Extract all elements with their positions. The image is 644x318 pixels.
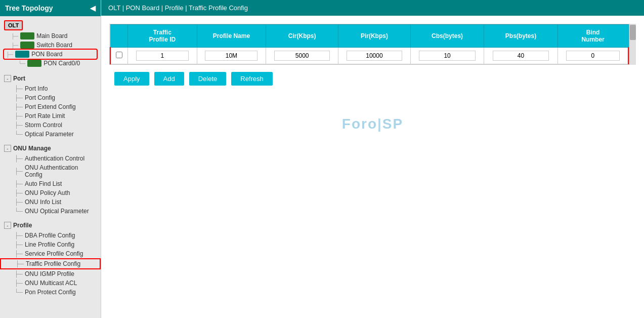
scroll-thumb[interactable] [630,25,636,40]
profile-section: - Profile ├─DBA Profile Config ├─Line Pr… [0,218,101,299]
nav-onu-multicast-acl[interactable]: ├─ONU Multicast ACL [0,279,101,288]
th-cbs: Cbs(bytes) [410,25,484,48]
th-profile-name: Profile Name [197,25,266,48]
nav-onu-optical-param[interactable]: └─ONU Optical Parameter [0,207,101,216]
nav-auto-find-list[interactable]: ├─Auto Find List [0,179,101,188]
nav-auth-control[interactable]: ├─Authentication Control [0,154,101,163]
row-bind-number-cell [557,48,628,64]
row-checkbox[interactable] [116,52,122,58]
table-row [110,48,628,64]
action-buttons: Apply Add Delete Refresh [109,72,636,86]
content-area: TrafficProfile ID Profile Name Cir(Kbps)… [101,16,644,318]
table-scroll-container: TrafficProfile ID Profile Name Cir(Kbps)… [109,24,636,65]
tree-root: OLT ├─ Main Board ├─ Switch Board ├─ PON… [0,16,101,71]
main-board-label: Main Board [36,32,67,39]
row-cbs-input[interactable] [419,51,476,61]
row-checkbox-cell [110,48,128,64]
nav-onu-policy-auth[interactable]: ├─ONU Policy Auth [0,188,101,197]
tree-node-pon-card[interactable]: └─ PON Card0/0 [4,59,97,68]
refresh-button[interactable]: Refresh [231,72,273,86]
pon-board-icon [15,51,29,58]
tree-node-pon-board[interactable]: ├─ PON Board [4,50,97,59]
th-bind-number: BindNumber [557,25,628,48]
th-cir: Cir(Kbps) [266,25,338,48]
tree-node-switch-board[interactable]: ├─ Switch Board [4,41,97,50]
watermark: Foro|SP [109,116,636,132]
nav-port-config[interactable]: ├─Port Config [0,93,101,102]
table-wrapper: TrafficProfile ID Profile Name Cir(Kbps)… [109,24,629,65]
onu-manage-label: ONU Manage [13,145,51,152]
profile-section-header[interactable]: - Profile [0,220,101,231]
port-section: - Port ├─Port Info ├─Port Config ├─Port … [0,71,101,141]
row-cir-cell [266,48,338,64]
profile-expand-icon[interactable]: - [4,222,11,229]
profile-section-label: Profile [13,222,32,229]
traffic-profile-table: TrafficProfile ID Profile Name Cir(Kbps)… [110,24,629,64]
row-profile-name-cell [197,48,266,64]
tree-node-main-board[interactable]: ├─ Main Board [4,31,97,41]
port-section-label: Port [13,75,25,82]
nav-pon-protect-config[interactable]: └─Pon Protect Config [0,288,101,297]
row-pbs-input[interactable] [493,51,549,61]
nav-port-extend-config[interactable]: ├─Port Extend Config [0,102,101,111]
add-button[interactable]: Add [154,72,184,86]
row-bind-number-input[interactable] [566,51,620,61]
port-expand-icon[interactable]: - [4,75,11,82]
nav-port-rate-limit[interactable]: ├─Port Rate Limit [0,111,101,121]
onu-manage-section: - ONU Manage ├─Authentication Control ├─… [0,141,101,218]
row-id-cell [128,48,197,64]
sidebar: Tree Topology ◀ OLT ├─ Main Board ├─ Swi… [0,0,101,318]
nav-onu-info-list[interactable]: ├─ONU Info List [0,197,101,207]
onu-manage-section-header[interactable]: - ONU Manage [0,143,101,154]
nav-service-profile[interactable]: ├─Service Profile Config [0,249,101,258]
row-pbs-cell [484,48,557,64]
nav-storm-control[interactable]: ├─Storm Control [0,121,101,130]
port-section-header[interactable]: - Port [0,73,101,84]
watermark-text: Foro|SP [342,116,403,132]
nav-line-profile[interactable]: ├─Line Profile Config [0,240,101,249]
main-content: OLT | PON Board | Profile | Traffic Prof… [101,0,644,318]
main-board-icon [20,32,34,39]
nav-dba-profile[interactable]: ├─DBA Profile Config [0,231,101,240]
sidebar-arrow[interactable]: ◀ [90,4,96,12]
nav-onu-igmp-profile[interactable]: ├─ONU IGMP Profile [0,269,101,279]
sidebar-title: Tree Topology [5,4,53,12]
breadcrumb: OLT | PON Board | Profile | Traffic Prof… [101,0,644,16]
row-cir-input[interactable] [274,51,330,61]
nav-port-info[interactable]: ├─Port Info [0,84,101,93]
th-traffic-profile-id: TrafficProfile ID [128,25,197,48]
apply-button[interactable]: Apply [114,72,149,86]
pon-card-label: PON Card0/0 [44,60,80,67]
row-pir-input[interactable] [347,51,402,61]
row-profile-name-input[interactable] [205,51,257,61]
pon-board-label: PON Board [31,51,62,58]
olt-button[interactable]: OLT [4,20,23,30]
switch-board-label: Switch Board [36,42,72,49]
th-pbs: Pbs(bytes) [484,25,557,48]
onu-manage-expand-icon[interactable]: - [4,145,11,152]
tree-node-olt[interactable]: OLT [4,19,97,31]
th-checkbox [110,25,128,48]
nav-traffic-profile[interactable]: ├─Traffic Profile Config [0,258,101,269]
delete-button[interactable]: Delete [189,72,227,86]
switch-board-icon [20,42,34,49]
sidebar-header: Tree Topology ◀ [0,0,101,16]
pon-card-icon [27,60,41,67]
table-scrollbar[interactable] [629,24,636,65]
th-pir: Pir(Kbps) [338,25,411,48]
nav-optical-parameter[interactable]: └─Optical Parameter [0,130,101,139]
row-pir-cell [338,48,411,64]
row-cbs-cell [410,48,484,64]
nav-onu-auth-config[interactable]: ├─ONU Authentication Config [0,163,101,179]
row-id-input[interactable] [136,51,189,61]
